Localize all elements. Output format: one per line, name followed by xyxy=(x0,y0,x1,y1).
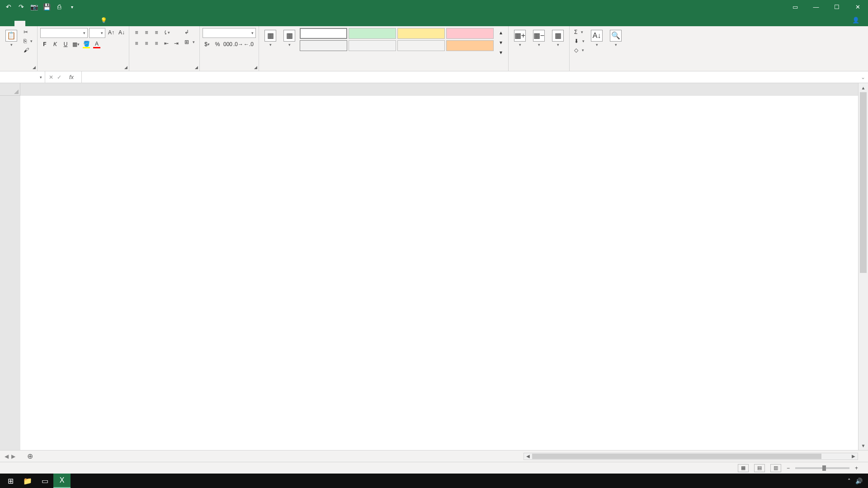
share-button[interactable]: 👤 xyxy=(846,14,868,26)
format-painter-button[interactable]: 🖌 xyxy=(22,46,34,54)
border-button[interactable]: ▦▾ xyxy=(71,40,80,49)
format-cells-button[interactable]: ▦▾ xyxy=(549,28,566,49)
currency-icon[interactable]: $▾ xyxy=(203,40,212,49)
decrease-font-icon[interactable]: A↓ xyxy=(117,28,126,37)
align-center-icon[interactable]: ≡ xyxy=(142,39,151,48)
delete-cells-button[interactable]: ▦−▾ xyxy=(530,28,547,49)
align-middle-icon[interactable]: ≡ xyxy=(142,28,151,37)
redo-icon[interactable]: ↷ xyxy=(17,3,25,11)
zoom-out-icon[interactable]: − xyxy=(787,465,790,471)
sheet-nav-prev-icon[interactable]: ◀ xyxy=(5,453,9,460)
align-left-icon[interactable]: ≡ xyxy=(132,39,141,48)
vscroll-thumb[interactable] xyxy=(860,92,867,273)
align-launcher-icon[interactable]: ◢ xyxy=(195,65,198,70)
style-berechnung[interactable] xyxy=(349,40,396,51)
copy-button[interactable]: ⎘ ▾ xyxy=(22,37,34,45)
quickprint-icon[interactable]: ⎙ xyxy=(55,3,63,11)
qat-customize-icon[interactable]: ▾ xyxy=(68,3,76,11)
wrap-text-button[interactable]: ↲ xyxy=(183,28,197,36)
autosum-button[interactable]: Σ ▾ xyxy=(572,28,586,36)
indent-increase-icon[interactable]: ⇥ xyxy=(172,39,181,48)
scroll-left-icon[interactable]: ◀ xyxy=(524,454,532,459)
increase-font-icon[interactable]: A↑ xyxy=(107,28,116,37)
italic-button[interactable]: K xyxy=(51,40,60,49)
taskview-icon[interactable]: ▭ xyxy=(36,474,53,488)
file-explorer-icon[interactable]: 📁 xyxy=(19,474,36,488)
style-eingabe[interactable] xyxy=(446,40,494,51)
maximize-button[interactable]: ☐ xyxy=(826,0,847,14)
sheet-nav-next-icon[interactable]: ▶ xyxy=(11,453,15,460)
align-bottom-icon[interactable]: ≡ xyxy=(152,28,161,37)
tell-me-search[interactable]: 💡 xyxy=(95,14,115,26)
scroll-down-icon[interactable]: ▼ xyxy=(859,441,868,450)
style-neutral[interactable] xyxy=(397,28,445,39)
hscroll-thumb[interactable] xyxy=(532,454,821,459)
comma-icon[interactable]: 000 xyxy=(223,40,232,49)
clipboard-launcher-icon[interactable]: ◢ xyxy=(33,65,36,70)
number-format-select[interactable]: ▾ xyxy=(203,28,256,38)
fill-color-button[interactable]: 🪣 xyxy=(82,40,91,49)
font-name-select[interactable]: ▾ xyxy=(40,28,88,38)
bold-button[interactable]: F xyxy=(40,40,49,49)
style-ausgabe[interactable] xyxy=(300,40,347,51)
pagelayout-view-icon[interactable]: ▤ xyxy=(754,464,765,472)
font-launcher-icon[interactable]: ◢ xyxy=(124,65,127,70)
align-right-icon[interactable]: ≡ xyxy=(152,39,161,48)
formula-cancel-icon[interactable]: ✕ xyxy=(49,74,53,80)
tab-insert[interactable] xyxy=(25,21,36,26)
save-icon[interactable]: 💾 xyxy=(42,3,51,11)
vertical-scrollbar[interactable]: ▲ ▼ xyxy=(858,83,868,450)
formula-expand-icon[interactable]: ⌄ xyxy=(858,74,868,80)
scroll-right-icon[interactable]: ▶ xyxy=(849,454,858,459)
align-top-icon[interactable]: ≡ xyxy=(132,28,141,37)
clear-button[interactable]: ◇ ▾ xyxy=(572,46,586,54)
undo-icon[interactable]: ↶ xyxy=(5,3,13,11)
name-box[interactable]: ▾ xyxy=(0,71,45,83)
insert-cells-button[interactable]: ▦+▾ xyxy=(511,28,528,49)
cut-button[interactable]: ✂ xyxy=(22,28,34,36)
excel-taskbar-icon[interactable]: X xyxy=(53,474,71,488)
formula-enter-icon[interactable]: ✓ xyxy=(57,74,61,80)
fx-icon[interactable]: fx xyxy=(65,74,78,80)
tab-data[interactable] xyxy=(58,21,69,26)
worksheet-grid[interactable] xyxy=(0,83,868,450)
start-button[interactable]: ⊞ xyxy=(2,474,19,488)
zoom-in-icon[interactable]: + xyxy=(855,465,858,471)
close-button[interactable]: ✕ xyxy=(847,0,868,14)
merge-center-button[interactable]: ⊞ ▾ xyxy=(183,38,197,46)
style-gut[interactable] xyxy=(349,28,396,39)
style-schlecht[interactable] xyxy=(446,28,494,39)
style-besuchter[interactable] xyxy=(397,40,445,51)
normal-view-icon[interactable]: ▦ xyxy=(738,464,749,472)
tab-file[interactable] xyxy=(4,21,14,26)
tab-formulas[interactable] xyxy=(47,21,58,26)
indent-decrease-icon[interactable]: ⇤ xyxy=(162,39,171,48)
paste-button[interactable]: 📋 ▾ xyxy=(3,28,20,49)
style-standard[interactable] xyxy=(300,28,347,39)
ribbon-display-icon[interactable]: ▭ xyxy=(785,0,806,14)
pagebreak-view-icon[interactable]: ▥ xyxy=(770,464,781,472)
fill-button[interactable]: ⬇ ▾ xyxy=(572,37,586,45)
conditional-formatting-button[interactable]: ▦▾ xyxy=(262,28,279,49)
scroll-up-icon[interactable]: ▲ xyxy=(859,83,868,92)
tab-review[interactable] xyxy=(69,21,80,26)
styles-more-icon[interactable]: ▾ xyxy=(496,48,505,57)
minimize-button[interactable]: — xyxy=(806,0,826,14)
underline-button[interactable]: U xyxy=(61,40,70,49)
font-size-select[interactable]: ▾ xyxy=(89,28,105,38)
find-select-button[interactable]: 🔍▾ xyxy=(607,28,624,49)
format-as-table-button[interactable]: ▦▾ xyxy=(281,28,298,49)
add-sheet-button[interactable]: ⊕ xyxy=(23,452,38,460)
tab-start[interactable] xyxy=(14,21,25,26)
select-all-corner[interactable] xyxy=(0,83,20,96)
zoom-slider[interactable] xyxy=(795,467,849,469)
tab-view[interactable] xyxy=(80,21,90,26)
tray-volume-icon[interactable]: 🔊 xyxy=(855,478,863,484)
tab-pagelayout[interactable] xyxy=(36,21,47,26)
sort-filter-button[interactable]: A↓▾ xyxy=(588,28,605,49)
decrease-decimal-icon[interactable]: ←.0 xyxy=(244,40,253,49)
signin-link[interactable] xyxy=(772,0,785,14)
camera-icon[interactable]: 📷 xyxy=(30,3,38,11)
cells-area[interactable] xyxy=(20,96,858,450)
tray-up-icon[interactable]: ˄ xyxy=(848,478,851,484)
